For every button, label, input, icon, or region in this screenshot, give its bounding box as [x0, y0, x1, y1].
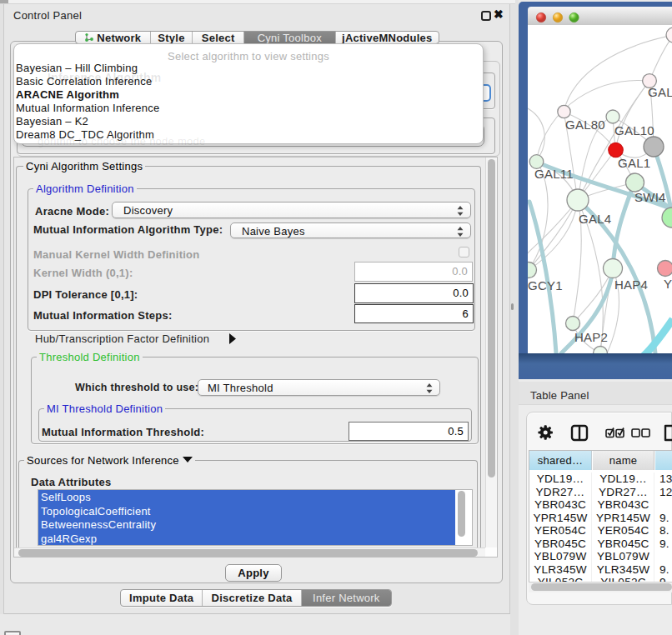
svg-text:HAP4: HAP4 [614, 278, 648, 292]
svg-text:HAP2: HAP2 [574, 330, 608, 344]
svg-text:GCY1: GCY1 [528, 278, 563, 292]
svg-text:GAL10: GAL10 [614, 123, 654, 138]
svg-text:GAL1: GAL1 [618, 156, 650, 170]
svg-text:SWI4: SWI4 [634, 190, 666, 204]
svg-text:Y: Y [664, 277, 672, 291]
svg-text:GAL4: GAL4 [579, 212, 611, 226]
svg-text:GAL11: GAL11 [534, 167, 574, 181]
svg-text:GAL: GAL [648, 85, 672, 99]
svg-text:GAL80: GAL80 [565, 118, 605, 132]
